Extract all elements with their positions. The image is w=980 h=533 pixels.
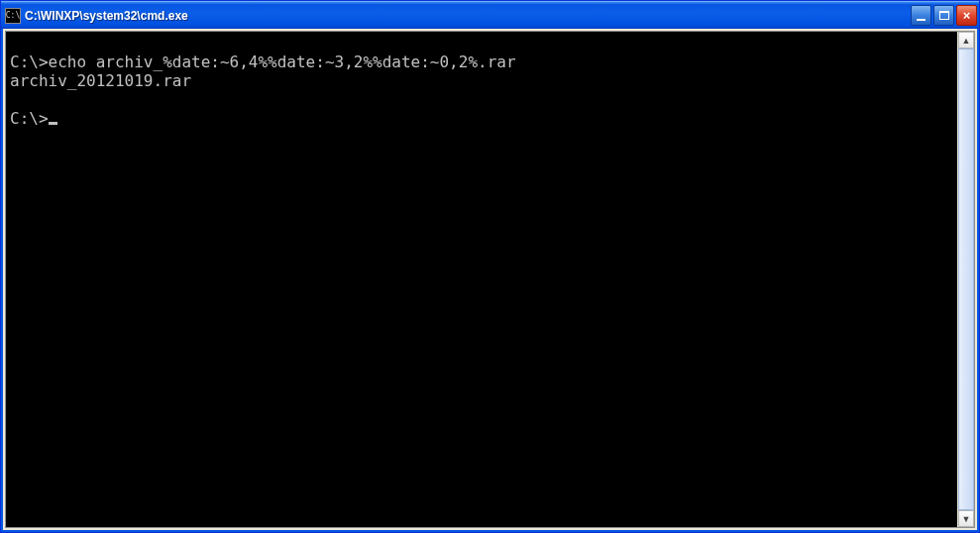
minimize-button[interactable] bbox=[911, 5, 931, 26]
window-body: C:\>echo archiv_%date:~6,4%%date:~3,2%%d… bbox=[1, 29, 979, 532]
minimize-icon bbox=[917, 19, 926, 21]
cmd-icon: C:\ bbox=[5, 8, 21, 24]
scroll-track[interactable] bbox=[958, 49, 974, 510]
close-button[interactable]: × bbox=[956, 5, 977, 26]
cmd-window: C:\ C:\WINXP\system32\cmd.exe × C:\>echo… bbox=[0, 0, 980, 533]
console-output[interactable]: C:\>echo archiv_%date:~6,4%%date:~3,2%%d… bbox=[6, 32, 957, 527]
console-line: archiv_20121019.rar bbox=[10, 71, 191, 90]
chevron-up-icon: ▲ bbox=[962, 36, 971, 46]
scroll-up-button[interactable]: ▲ bbox=[958, 32, 974, 49]
console-line: C:\>echo archiv_%date:~6,4%%date:~3,2%%d… bbox=[10, 53, 516, 71]
maximize-icon bbox=[939, 11, 949, 20]
console-container: C:\>echo archiv_%date:~6,4%%date:~3,2%%d… bbox=[5, 31, 975, 528]
console-prompt: C:\> bbox=[10, 109, 49, 128]
titlebar[interactable]: C:\ C:\WINXP\system32\cmd.exe × bbox=[1, 1, 979, 29]
scroll-down-button[interactable]: ▼ bbox=[958, 510, 974, 527]
window-title: C:\WINXP\system32\cmd.exe bbox=[25, 9, 911, 23]
scroll-thumb[interactable] bbox=[958, 49, 974, 510]
window-controls: × bbox=[911, 5, 977, 26]
vertical-scrollbar[interactable]: ▲ ▼ bbox=[957, 32, 974, 527]
maximize-button[interactable] bbox=[933, 5, 954, 26]
close-icon: × bbox=[963, 9, 971, 22]
cursor bbox=[49, 122, 57, 125]
chevron-down-icon: ▼ bbox=[962, 514, 971, 524]
